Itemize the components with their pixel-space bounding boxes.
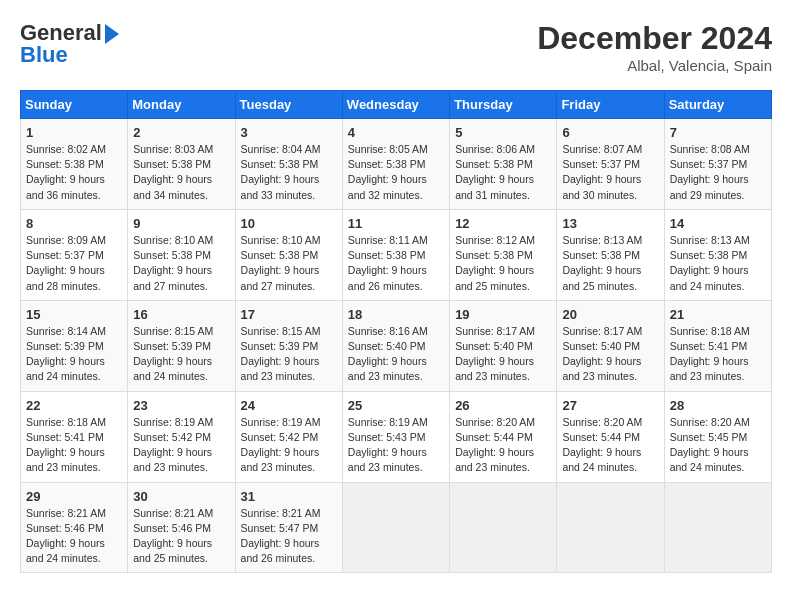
- day-number: 24: [241, 398, 337, 413]
- day-number: 29: [26, 489, 122, 504]
- day-info: Sunrise: 8:05 AMSunset: 5:38 PMDaylight:…: [348, 142, 444, 203]
- day-number: 25: [348, 398, 444, 413]
- day-number: 27: [562, 398, 658, 413]
- day-info: Sunrise: 8:20 AMSunset: 5:44 PMDaylight:…: [455, 415, 551, 476]
- day-info: Sunrise: 8:16 AMSunset: 5:40 PMDaylight:…: [348, 324, 444, 385]
- day-number: 16: [133, 307, 229, 322]
- calendar-day-11: 11 Sunrise: 8:11 AMSunset: 5:38 PMDaylig…: [342, 209, 449, 300]
- day-info: Sunrise: 8:02 AMSunset: 5:38 PMDaylight:…: [26, 142, 122, 203]
- day-number: 22: [26, 398, 122, 413]
- calendar-day-22: 22 Sunrise: 8:18 AMSunset: 5:41 PMDaylig…: [21, 391, 128, 482]
- day-info: Sunrise: 8:09 AMSunset: 5:37 PMDaylight:…: [26, 233, 122, 294]
- day-number: 14: [670, 216, 766, 231]
- empty-cell: [664, 482, 771, 573]
- day-header-sunday: Sunday: [21, 91, 128, 119]
- calendar-table: SundayMondayTuesdayWednesdayThursdayFrid…: [20, 90, 772, 573]
- calendar-day-31: 31 Sunrise: 8:21 AMSunset: 5:47 PMDaylig…: [235, 482, 342, 573]
- day-info: Sunrise: 8:13 AMSunset: 5:38 PMDaylight:…: [562, 233, 658, 294]
- day-info: Sunrise: 8:20 AMSunset: 5:45 PMDaylight:…: [670, 415, 766, 476]
- day-info: Sunrise: 8:10 AMSunset: 5:38 PMDaylight:…: [133, 233, 229, 294]
- calendar-week-5: 29 Sunrise: 8:21 AMSunset: 5:46 PMDaylig…: [21, 482, 772, 573]
- calendar-week-3: 15 Sunrise: 8:14 AMSunset: 5:39 PMDaylig…: [21, 300, 772, 391]
- day-info: Sunrise: 8:04 AMSunset: 5:38 PMDaylight:…: [241, 142, 337, 203]
- day-info: Sunrise: 8:15 AMSunset: 5:39 PMDaylight:…: [241, 324, 337, 385]
- calendar-day-20: 20 Sunrise: 8:17 AMSunset: 5:40 PMDaylig…: [557, 300, 664, 391]
- calendar-day-24: 24 Sunrise: 8:19 AMSunset: 5:42 PMDaylig…: [235, 391, 342, 482]
- day-header-monday: Monday: [128, 91, 235, 119]
- day-number: 28: [670, 398, 766, 413]
- day-info: Sunrise: 8:21 AMSunset: 5:46 PMDaylight:…: [26, 506, 122, 567]
- day-info: Sunrise: 8:11 AMSunset: 5:38 PMDaylight:…: [348, 233, 444, 294]
- empty-cell: [450, 482, 557, 573]
- day-header-thursday: Thursday: [450, 91, 557, 119]
- calendar-day-30: 30 Sunrise: 8:21 AMSunset: 5:46 PMDaylig…: [128, 482, 235, 573]
- calendar-header-row: SundayMondayTuesdayWednesdayThursdayFrid…: [21, 91, 772, 119]
- calendar-day-7: 7 Sunrise: 8:08 AMSunset: 5:37 PMDayligh…: [664, 119, 771, 210]
- day-number: 12: [455, 216, 551, 231]
- calendar-week-2: 8 Sunrise: 8:09 AMSunset: 5:37 PMDayligh…: [21, 209, 772, 300]
- day-number: 11: [348, 216, 444, 231]
- day-info: Sunrise: 8:17 AMSunset: 5:40 PMDaylight:…: [562, 324, 658, 385]
- calendar-day-9: 9 Sunrise: 8:10 AMSunset: 5:38 PMDayligh…: [128, 209, 235, 300]
- calendar-day-10: 10 Sunrise: 8:10 AMSunset: 5:38 PMDaylig…: [235, 209, 342, 300]
- day-number: 15: [26, 307, 122, 322]
- day-number: 17: [241, 307, 337, 322]
- calendar-week-1: 1 Sunrise: 8:02 AMSunset: 5:38 PMDayligh…: [21, 119, 772, 210]
- day-number: 20: [562, 307, 658, 322]
- day-number: 30: [133, 489, 229, 504]
- calendar-day-14: 14 Sunrise: 8:13 AMSunset: 5:38 PMDaylig…: [664, 209, 771, 300]
- calendar-day-12: 12 Sunrise: 8:12 AMSunset: 5:38 PMDaylig…: [450, 209, 557, 300]
- calendar-day-25: 25 Sunrise: 8:19 AMSunset: 5:43 PMDaylig…: [342, 391, 449, 482]
- calendar-day-16: 16 Sunrise: 8:15 AMSunset: 5:39 PMDaylig…: [128, 300, 235, 391]
- day-info: Sunrise: 8:19 AMSunset: 5:42 PMDaylight:…: [241, 415, 337, 476]
- calendar-day-5: 5 Sunrise: 8:06 AMSunset: 5:38 PMDayligh…: [450, 119, 557, 210]
- month-title: December 2024: [537, 20, 772, 57]
- day-header-tuesday: Tuesday: [235, 91, 342, 119]
- day-number: 18: [348, 307, 444, 322]
- day-info: Sunrise: 8:19 AMSunset: 5:42 PMDaylight:…: [133, 415, 229, 476]
- calendar-day-13: 13 Sunrise: 8:13 AMSunset: 5:38 PMDaylig…: [557, 209, 664, 300]
- calendar-week-4: 22 Sunrise: 8:18 AMSunset: 5:41 PMDaylig…: [21, 391, 772, 482]
- calendar-day-28: 28 Sunrise: 8:20 AMSunset: 5:45 PMDaylig…: [664, 391, 771, 482]
- day-number: 4: [348, 125, 444, 140]
- day-number: 13: [562, 216, 658, 231]
- calendar-day-15: 15 Sunrise: 8:14 AMSunset: 5:39 PMDaylig…: [21, 300, 128, 391]
- day-header-saturday: Saturday: [664, 91, 771, 119]
- title-block: December 2024 Albal, Valencia, Spain: [537, 20, 772, 74]
- logo-arrow-icon: [105, 24, 119, 44]
- day-number: 21: [670, 307, 766, 322]
- calendar-day-19: 19 Sunrise: 8:17 AMSunset: 5:40 PMDaylig…: [450, 300, 557, 391]
- location: Albal, Valencia, Spain: [537, 57, 772, 74]
- empty-cell: [557, 482, 664, 573]
- calendar-day-23: 23 Sunrise: 8:19 AMSunset: 5:42 PMDaylig…: [128, 391, 235, 482]
- calendar-day-29: 29 Sunrise: 8:21 AMSunset: 5:46 PMDaylig…: [21, 482, 128, 573]
- day-info: Sunrise: 8:12 AMSunset: 5:38 PMDaylight:…: [455, 233, 551, 294]
- day-number: 26: [455, 398, 551, 413]
- day-info: Sunrise: 8:03 AMSunset: 5:38 PMDaylight:…: [133, 142, 229, 203]
- calendar-day-21: 21 Sunrise: 8:18 AMSunset: 5:41 PMDaylig…: [664, 300, 771, 391]
- day-info: Sunrise: 8:13 AMSunset: 5:38 PMDaylight:…: [670, 233, 766, 294]
- day-number: 3: [241, 125, 337, 140]
- empty-cell: [342, 482, 449, 573]
- day-info: Sunrise: 8:18 AMSunset: 5:41 PMDaylight:…: [26, 415, 122, 476]
- day-number: 31: [241, 489, 337, 504]
- day-info: Sunrise: 8:20 AMSunset: 5:44 PMDaylight:…: [562, 415, 658, 476]
- day-number: 6: [562, 125, 658, 140]
- day-info: Sunrise: 8:17 AMSunset: 5:40 PMDaylight:…: [455, 324, 551, 385]
- logo-text-blue: Blue: [20, 42, 68, 68]
- calendar-day-3: 3 Sunrise: 8:04 AMSunset: 5:38 PMDayligh…: [235, 119, 342, 210]
- day-number: 19: [455, 307, 551, 322]
- day-number: 1: [26, 125, 122, 140]
- day-info: Sunrise: 8:21 AMSunset: 5:47 PMDaylight:…: [241, 506, 337, 567]
- day-number: 9: [133, 216, 229, 231]
- day-number: 23: [133, 398, 229, 413]
- day-number: 2: [133, 125, 229, 140]
- day-info: Sunrise: 8:21 AMSunset: 5:46 PMDaylight:…: [133, 506, 229, 567]
- day-info: Sunrise: 8:06 AMSunset: 5:38 PMDaylight:…: [455, 142, 551, 203]
- calendar-day-17: 17 Sunrise: 8:15 AMSunset: 5:39 PMDaylig…: [235, 300, 342, 391]
- day-info: Sunrise: 8:07 AMSunset: 5:37 PMDaylight:…: [562, 142, 658, 203]
- calendar-day-2: 2 Sunrise: 8:03 AMSunset: 5:38 PMDayligh…: [128, 119, 235, 210]
- day-info: Sunrise: 8:15 AMSunset: 5:39 PMDaylight:…: [133, 324, 229, 385]
- calendar-day-4: 4 Sunrise: 8:05 AMSunset: 5:38 PMDayligh…: [342, 119, 449, 210]
- day-number: 10: [241, 216, 337, 231]
